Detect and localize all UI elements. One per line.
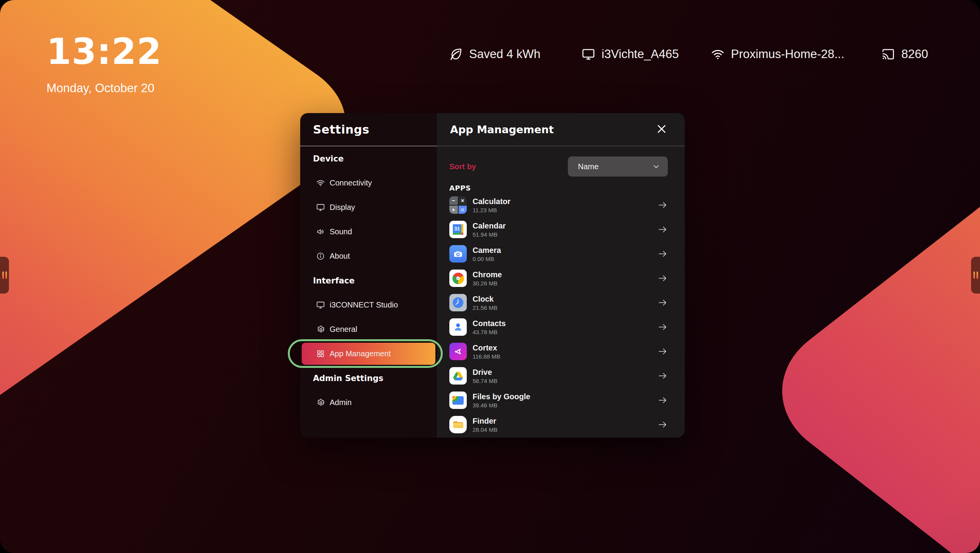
left-edge-pull-handle[interactable] [0,257,9,294]
sound-icon [316,227,325,237]
app-row-cortex[interactable]: Cortex116.88 MB [449,339,668,364]
app-row-calculator[interactable]: −×+=Calculator11.23 MB [449,193,668,217]
app-size: 43.78 MB [473,329,506,335]
arrow-right-icon[interactable] [657,371,668,381]
app-name: Contacts [473,319,506,328]
camera-app-icon [449,245,467,263]
app-row-clock[interactable]: Clock21.56 MB [449,290,668,315]
app-row-drive[interactable]: Drive58.74 MB [449,364,668,388]
app-management-header: App Management [437,113,685,146]
app-size: 21.56 MB [473,305,497,311]
settings-dialog: Settings DeviceConnectivityDisplaySoundA… [300,113,685,438]
app-name: Calculator [473,197,511,206]
close-icon [656,123,667,136]
right-edge-pull-handle[interactable] [971,257,980,294]
sidebar-section-device: Device [300,146,437,171]
cast-icon [881,47,896,62]
app-name: Drive [473,368,497,376]
settings-nav-header: Settings [300,113,437,146]
sort-row: Sort by Name [449,156,668,177]
home-screen: 13:22 Monday, October 20 Saved 4 kWh i3V… [0,0,980,553]
arrow-right-icon[interactable] [657,273,668,284]
apps-list: −×+=Calculator11.23 MB31Calendar51.94 MB… [449,193,668,437]
sort-by-label: Sort by [449,162,476,171]
calendar-app-icon: 31 [449,221,467,238]
drive-app-icon [449,367,467,385]
calculator-app-icon: −×+= [449,196,467,214]
arrow-right-icon[interactable] [657,419,668,430]
info-icon [316,252,325,261]
sidebar-item-label: Connectivity [330,179,372,187]
arrow-right-icon[interactable] [657,322,668,333]
close-button[interactable] [653,121,670,138]
sidebar-item-about[interactable]: About [300,244,437,268]
arrow-right-icon[interactable] [657,346,668,357]
app-meta: Calculator11.23 MB [473,197,511,213]
sidebar-item-label: General [330,325,357,334]
clock-time: 13:22 [46,34,162,70]
files-app-icon [449,392,467,409]
status-energy-saved[interactable]: Saved 4 kWh [449,45,540,64]
app-size: 116.88 MB [473,354,500,359]
eco-leaf-icon [449,47,463,62]
wifi-icon [710,47,725,62]
sidebar-section-interface: Interface [300,268,437,293]
gear-icon [316,325,325,334]
app-meta: Files by Google39.46 MB [473,392,530,408]
app-meta: Clock21.56 MB [473,295,497,311]
clock-widget: 13:22 Monday, October 20 [46,34,162,95]
sidebar-item-label: Display [330,203,355,212]
clock-app-icon [449,294,467,311]
settings-title: Settings [300,123,370,136]
app-meta: Finder28.04 MB [473,417,497,433]
display-icon [316,301,325,310]
status-device-name[interactable]: i3Vichte_A465 [581,45,679,64]
app-meta: Chrome30.26 MB [473,270,502,286]
sidebar-item-general[interactable]: General [300,317,437,342]
status-wifi-network[interactable]: Proximus-Home-28... [710,45,844,64]
arrow-right-icon[interactable] [657,224,668,235]
arrow-right-icon[interactable] [657,200,668,211]
app-row-calendar[interactable]: 31Calendar51.94 MB [449,217,668,242]
app-row-contacts[interactable]: Contacts43.78 MB [449,315,668,339]
sidebar-item-connectivity[interactable]: Connectivity [300,171,437,195]
status-wifi-label: Proximus-Home-28... [731,47,844,61]
grid-icon [316,349,325,359]
gear-icon [316,398,325,407]
arrow-right-icon[interactable] [657,395,668,406]
app-size: 39.46 MB [473,402,530,408]
sidebar-item-display[interactable]: Display [300,195,437,220]
arrow-right-icon[interactable] [657,297,668,308]
app-row-chrome[interactable]: Chrome30.26 MB [449,266,668,290]
page-title: App Management [437,124,554,136]
sidebar-item-sound[interactable]: Sound [300,220,437,244]
sidebar-item-i3connect-studio[interactable]: i3CONNECT Studio [300,293,437,317]
sort-dropdown-value: Name [578,162,598,171]
app-row-camera[interactable]: Camera0.00 MB [449,242,668,266]
status-device-label: i3Vichte_A465 [602,47,679,61]
app-row-finder[interactable]: Finder28.04 MB [449,412,668,437]
app-size: 28.04 MB [473,427,497,433]
sidebar-item-app-management[interactable]: App Management [302,343,435,365]
cortex-app-icon [449,343,467,360]
sort-dropdown[interactable]: Name [568,156,668,177]
chrome-app-icon [449,270,467,287]
sidebar-item-label: Admin [330,398,352,407]
status-cast-label: 8260 [901,47,928,61]
app-name: Camera [473,246,501,254]
sidebar-item-label: Sound [330,227,352,236]
sidebar-item-label: App Management [330,349,391,358]
arrow-right-icon[interactable] [657,249,668,259]
app-name: Clock [473,295,497,303]
contacts-app-icon [449,318,467,336]
app-management-body: Sort by Name APPS −×+=Calculator11.23 MB… [437,146,685,437]
app-row-files-by-google[interactable]: Files by Google39.46 MB [449,388,668,412]
chevron-down-icon [652,162,661,171]
app-size: 51.94 MB [473,232,506,237]
background-red-diamond [744,28,980,553]
app-name: Calendar [473,222,506,230]
clock-date: Monday, October 20 [46,81,162,95]
sidebar-item-admin[interactable]: Admin [300,390,437,415]
settings-nav-list: DeviceConnectivityDisplaySoundAboutInter… [300,146,437,415]
status-cast-code[interactable]: 8260 [881,45,928,64]
